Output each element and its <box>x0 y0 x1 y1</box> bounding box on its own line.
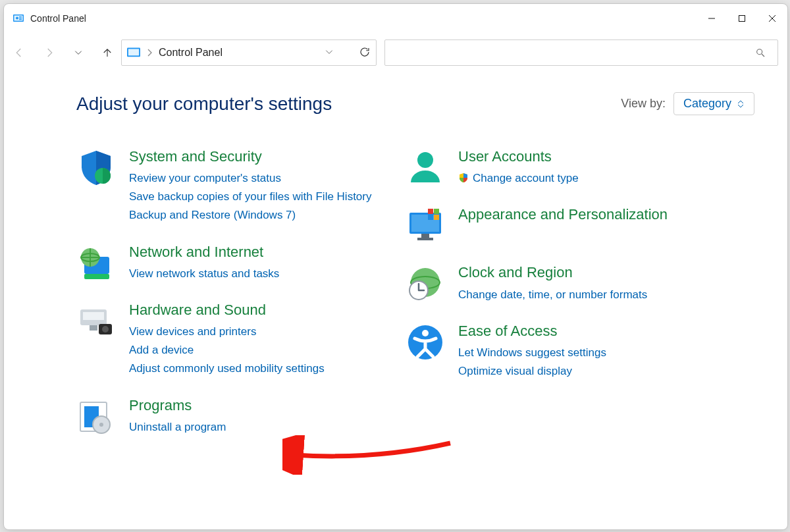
svg-point-23 <box>99 423 103 427</box>
category-link-view-devices-and-printers[interactable]: View devices and printers <box>129 323 379 341</box>
close-button[interactable] <box>757 4 787 33</box>
viewby-selected: Category <box>683 97 731 111</box>
category-title-system-and-security[interactable]: System and Security <box>129 148 379 165</box>
category-link-add-a-device[interactable]: Add a device <box>129 341 379 359</box>
category-title-clock-and-region[interactable]: Clock and Region <box>458 264 708 281</box>
category-column-left: System and SecurityReview your computer'… <box>76 148 379 437</box>
category-user-accounts: User AccountsChange account type <box>406 148 708 188</box>
category-link-change-account-type[interactable]: Change account type <box>458 169 708 188</box>
control-panel-window: Control Panel <box>3 3 788 530</box>
category-programs: ProgramsUninstall a program <box>76 397 379 437</box>
viewby-control: View by: Category <box>621 92 754 115</box>
viewby-label: View by: <box>621 97 666 111</box>
category-body: ProgramsUninstall a program <box>129 397 379 437</box>
category-ease-of-access: Ease of AccessLet Windows suggest settin… <box>406 323 708 381</box>
annotation-arrow <box>282 435 454 475</box>
search-input[interactable] <box>384 40 778 66</box>
category-column-right: User AccountsChange account typeAppearan… <box>406 148 708 437</box>
category-body: Hardware and SoundView devices and print… <box>129 302 379 379</box>
category-title-user-accounts[interactable]: User Accounts <box>458 148 708 165</box>
category-body: Appearance and Personalization <box>458 206 708 246</box>
svg-rect-30 <box>434 209 439 214</box>
window-title: Control Panel <box>30 13 86 24</box>
category-body: User AccountsChange account type <box>458 148 708 188</box>
viewby-select[interactable]: Category <box>673 92 754 115</box>
svg-rect-6 <box>739 16 745 22</box>
breadcrumb-dropdown-button[interactable] <box>325 47 334 59</box>
svg-point-19 <box>102 326 109 332</box>
ease-icon <box>406 323 445 362</box>
svg-rect-31 <box>428 215 433 220</box>
minimize-button[interactable] <box>697 4 727 33</box>
category-link-view-network-status-and-tasks[interactable]: View network status and tasks <box>129 265 379 283</box>
svg-rect-5 <box>19 19 22 20</box>
svg-rect-32 <box>434 215 439 220</box>
svg-rect-17 <box>90 325 97 331</box>
svg-rect-29 <box>428 209 433 214</box>
search-icon <box>755 47 766 58</box>
content-area: Adjust your computer's settings View by:… <box>4 72 787 529</box>
user-icon <box>406 148 445 188</box>
svg-rect-3 <box>19 16 22 17</box>
chevron-down-icon <box>737 100 745 108</box>
svg-rect-8 <box>128 49 139 55</box>
category-body: Clock and RegionChange date, time, or nu… <box>458 264 708 304</box>
svg-point-9 <box>757 49 762 55</box>
category-link-backup-and-restore-windows-7[interactable]: Backup and Restore (Windows 7) <box>129 206 379 225</box>
category-body: System and SecurityReview your computer'… <box>129 148 379 225</box>
category-body: Network and InternetView network status … <box>129 244 379 283</box>
refresh-button[interactable] <box>359 46 371 60</box>
address-bar[interactable]: Control Panel <box>121 40 377 66</box>
network-icon <box>76 244 116 283</box>
svg-rect-28 <box>417 238 433 240</box>
category-link-change-date-time-or-number-formats[interactable]: Change date, time, or number formats <box>458 286 708 304</box>
maximize-button[interactable] <box>727 4 757 33</box>
svg-point-24 <box>417 152 433 168</box>
svg-point-2 <box>16 17 18 20</box>
app-icon <box>13 13 24 24</box>
appear-icon <box>406 206 445 246</box>
category-title-appearance-and-personalization[interactable]: Appearance and Personalization <box>458 206 708 223</box>
category-link-uninstall-a-program[interactable]: Uninstall a program <box>129 418 379 437</box>
category-title-ease-of-access[interactable]: Ease of Access <box>458 323 708 340</box>
category-link-review-your-computer-s-status[interactable]: Review your computer's status <box>129 169 379 188</box>
navigation-bar: Control Panel <box>4 33 787 72</box>
chevron-right-icon <box>147 49 152 57</box>
svg-point-37 <box>422 330 429 336</box>
category-network-and-internet: Network and InternetView network status … <box>76 244 379 283</box>
page-heading: Adjust your computer's settings <box>76 93 332 115</box>
category-system-and-security: System and SecurityReview your computer'… <box>76 148 379 225</box>
breadcrumb-item[interactable]: Control Panel <box>159 47 223 59</box>
svg-rect-16 <box>83 312 104 320</box>
programs-icon <box>76 397 116 437</box>
category-link-optimize-visual-display[interactable]: Optimize visual display <box>458 362 708 381</box>
hardware-icon <box>76 302 116 341</box>
category-link-adjust-commonly-used-mobility-settings[interactable]: Adjust commonly used mobility settings <box>129 359 379 378</box>
category-link-let-windows-suggest-settings[interactable]: Let Windows suggest settings <box>458 344 708 362</box>
forward-button[interactable] <box>43 47 55 59</box>
svg-rect-27 <box>421 234 429 238</box>
category-body: Ease of AccessLet Windows suggest settin… <box>458 323 708 381</box>
category-link-save-backup-copies-of-your-files-with-file-history[interactable]: Save backup copies of your files with Fi… <box>129 188 379 206</box>
category-appearance-and-personalization: Appearance and Personalization <box>406 206 708 246</box>
up-button[interactable] <box>101 47 113 59</box>
category-hardware-and-sound: Hardware and SoundView devices and print… <box>76 302 379 379</box>
category-clock-and-region: Clock and RegionChange date, time, or nu… <box>406 264 708 304</box>
recent-locations-button[interactable] <box>74 48 83 57</box>
shield-icon <box>76 148 116 188</box>
category-title-programs[interactable]: Programs <box>129 397 379 414</box>
control-panel-icon <box>127 46 140 59</box>
category-title-hardware-and-sound[interactable]: Hardware and Sound <box>129 302 379 319</box>
back-button[interactable] <box>13 47 25 59</box>
svg-rect-4 <box>19 18 22 18</box>
titlebar: Control Panel <box>4 4 787 33</box>
clock-icon <box>406 264 445 304</box>
svg-rect-14 <box>84 274 109 279</box>
category-title-network-and-internet[interactable]: Network and Internet <box>129 244 379 261</box>
